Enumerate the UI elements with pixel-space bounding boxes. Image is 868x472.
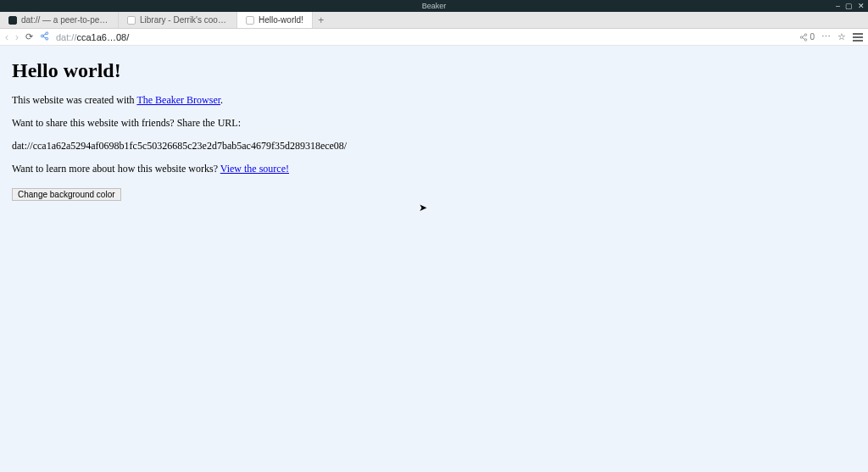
url-path: cca1a6…08/ xyxy=(76,32,129,42)
back-button[interactable]: ‹ xyxy=(5,31,8,43)
svg-point-2 xyxy=(46,37,48,40)
page-favicon-icon xyxy=(246,16,254,25)
svg-line-9 xyxy=(803,37,805,39)
tab-label: Library - Derrik's cool website thing xyxy=(140,15,228,25)
svg-point-5 xyxy=(805,33,808,36)
tab-library[interactable]: Library - Derrik's cool website thing xyxy=(119,12,237,28)
share-prompt: Want to share this website with friends?… xyxy=(12,117,856,130)
tab-strip: dat:// — a peer-to-peer protocol Library… xyxy=(0,12,868,29)
learn-more-text: Want to learn more about how this websit… xyxy=(12,163,220,175)
share-icon[interactable] xyxy=(40,31,49,42)
url-protocol: dat:// xyxy=(56,32,76,42)
svg-point-7 xyxy=(805,38,808,41)
tab-label: Hello-world! xyxy=(259,15,303,25)
app-title: Beaker xyxy=(422,2,447,10)
intro-paragraph: This website was created with The Beaker… xyxy=(12,94,856,107)
tab-hello-world[interactable]: Hello-world! xyxy=(237,12,313,28)
svg-point-0 xyxy=(46,32,48,35)
browser-toolbar: ‹ › ⟳ dat://cca1a6…08/ 0 ⋯ ☆ xyxy=(0,29,868,46)
share-nodes-icon xyxy=(799,33,808,42)
peers-count: 0 xyxy=(810,32,815,42)
change-background-button[interactable]: Change background color xyxy=(12,188,121,201)
intro-text-after-link: . xyxy=(220,94,223,106)
bookmark-star-icon[interactable]: ☆ xyxy=(837,31,846,42)
intro-text-before-link: This website was created with xyxy=(12,94,136,106)
window-close-icon[interactable]: ✕ xyxy=(858,2,865,10)
more-menu-button[interactable]: ⋯ xyxy=(821,31,831,42)
tab-label: dat:// — a peer-to-peer protocol xyxy=(21,15,109,25)
window-maximize-icon[interactable]: ▢ xyxy=(845,2,853,10)
window-titlebar: Beaker – ▢ ✕ xyxy=(0,0,868,12)
forward-button[interactable]: › xyxy=(15,31,19,43)
peers-indicator[interactable]: 0 xyxy=(799,32,815,42)
beaker-browser-link[interactable]: The Beaker Browser xyxy=(136,94,220,106)
window-controls: – ▢ ✕ xyxy=(836,0,865,12)
learn-more-paragraph: Want to learn more about how this websit… xyxy=(12,163,856,175)
hamburger-menu-icon[interactable] xyxy=(853,33,863,42)
window-minimize-icon[interactable]: – xyxy=(836,2,840,10)
svg-point-1 xyxy=(41,35,43,37)
new-tab-button[interactable]: + xyxy=(313,12,330,28)
reload-button[interactable]: ⟳ xyxy=(25,31,33,42)
page-favicon-icon xyxy=(127,16,136,25)
svg-point-6 xyxy=(801,36,804,38)
svg-line-3 xyxy=(43,34,46,36)
view-source-link[interactable]: View the source! xyxy=(220,163,289,175)
page-content: Hello world! This website was created wi… xyxy=(0,46,868,472)
svg-line-4 xyxy=(43,36,46,38)
tab-dat-protocol[interactable]: dat:// — a peer-to-peer protocol xyxy=(0,12,119,28)
toolbar-right: 0 ⋯ ☆ xyxy=(799,31,863,42)
globe-favicon-icon xyxy=(8,16,17,25)
page-heading: Hello world! xyxy=(12,59,856,82)
svg-line-8 xyxy=(803,35,805,36)
dat-url: dat://cca1a62a5294af0698b1fc5c50326685c2… xyxy=(12,140,856,153)
url-bar[interactable]: dat://cca1a6…08/ xyxy=(56,32,793,42)
